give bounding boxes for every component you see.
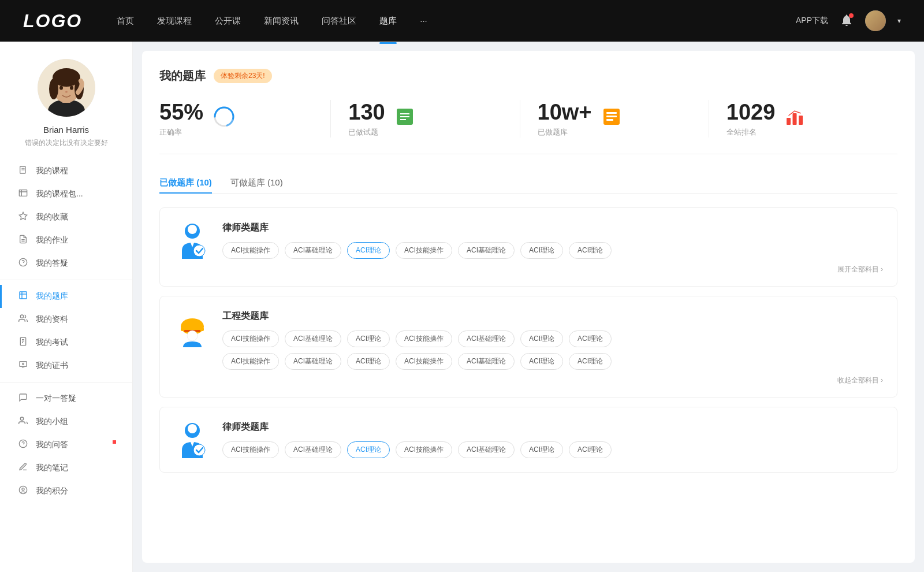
svg-point-7 — [59, 86, 63, 90]
profile-icon — [17, 314, 29, 325]
tag-item[interactable]: ACI理论 — [347, 353, 390, 370]
svg-point-54 — [187, 330, 198, 341]
nav-open-course[interactable]: 公开课 — [215, 13, 241, 29]
svg-point-8 — [70, 86, 73, 90]
qbank-engineer-header: 工程类题库 ACI技能操作 ACI基础理论 ACI理论 ACI技能操作 ACI基… — [174, 308, 883, 385]
group-icon — [17, 416, 29, 428]
qbank-lawyer-1-content: 律师类题库 ACI技能操作 ACI基础理论 ACI理论 ACI技能操作 ACI基… — [222, 220, 883, 274]
sidebar-item-profile[interactable]: 我的资料 — [0, 308, 132, 331]
qbank-lawyer-1-header: 律师类题库 ACI技能操作 ACI基础理论 ACI理论 ACI技能操作 ACI基… — [174, 220, 883, 274]
svg-point-28 — [23, 363, 24, 365]
nav-news[interactable]: 新闻资讯 — [264, 13, 299, 29]
sidebar-username: Brian Harris — [43, 125, 89, 135]
sidebar-item-group[interactable]: 我的小组 — [0, 410, 132, 433]
sidebar-item-exams[interactable]: 我的考试 — [0, 331, 132, 354]
svg-point-9 — [65, 91, 68, 93]
tag-item[interactable]: ACI基础理论 — [458, 242, 515, 259]
sidebar-avatar-image — [38, 59, 95, 117]
nav-home[interactable]: 首页 — [117, 13, 134, 29]
notification-bell[interactable] — [840, 13, 854, 29]
tag-item[interactable]: ACI技能操作 — [222, 242, 279, 259]
notes-icon — [17, 462, 29, 474]
collapse-link[interactable]: 收起全部科目 › — [222, 376, 883, 385]
tag-item[interactable]: ACI技能操作 — [396, 330, 452, 347]
tag-item[interactable]: ACI基础理论 — [285, 242, 341, 259]
app-download-button[interactable]: APP下载 — [796, 16, 828, 26]
homework-icon — [17, 235, 29, 246]
expand-link-1[interactable]: 展开全部科目 › — [222, 265, 883, 274]
sidebar-item-homework[interactable]: 我的作业 — [0, 229, 132, 252]
lawyer-2-icon-wrap — [174, 419, 211, 460]
qa-icon — [17, 258, 29, 269]
course-package-icon — [17, 188, 29, 200]
svg-marker-14 — [19, 212, 27, 220]
sidebar-item-favorites[interactable]: 我的收藏 — [0, 206, 132, 229]
svg-point-56 — [188, 424, 197, 433]
tag-item[interactable]: ACI理论 — [569, 353, 612, 370]
sidebar-item-tutoring[interactable]: 一对一答疑 — [0, 387, 132, 410]
lawyer-2-icon — [176, 421, 208, 458]
tag-item[interactable]: ACI基础理论 — [458, 441, 515, 458]
sidebar-item-course-package[interactable]: 我的课程包... — [0, 183, 132, 206]
sidebar-item-questionbank[interactable]: 我的题库 — [0, 285, 132, 308]
sidebar-item-questions[interactable]: 我的问答 — [0, 433, 132, 456]
lawyer-icon-wrap — [174, 220, 211, 261]
sidebar-item-qa[interactable]: 我的答疑 — [0, 252, 132, 275]
nav-courses[interactable]: 发现课程 — [157, 13, 192, 29]
certificate-icon — [17, 360, 29, 372]
tag-item[interactable]: ACI理论 — [569, 242, 612, 259]
tag-item[interactable]: ACI基础理论 — [285, 353, 341, 370]
tag-item[interactable]: ACI基础理论 — [285, 441, 341, 458]
favorites-icon — [17, 211, 29, 223]
sidebar-divider-2 — [0, 382, 132, 382]
tag-item[interactable]: ACI技能操作 — [222, 441, 279, 458]
done-banks-icon — [601, 106, 622, 131]
tag-item[interactable]: ACI理论 — [347, 330, 390, 347]
nav-qa[interactable]: 问答社区 — [322, 13, 356, 29]
avatar-dropdown-chevron[interactable]: ▾ — [897, 17, 901, 25]
tag-item[interactable]: ACI技能操作 — [222, 330, 279, 347]
tag-item[interactable]: ACI理论 — [569, 330, 612, 347]
sidebar-motto: 错误的决定比没有决定要好 — [13, 138, 120, 148]
tag-item[interactable]: ACI理论 — [520, 330, 563, 347]
my-courses-icon — [17, 165, 29, 177]
sidebar-item-certificate[interactable]: 我的证书 — [0, 354, 132, 377]
tag-item[interactable]: ACI理论 — [569, 441, 612, 458]
tag-item[interactable]: ACI理论 — [520, 242, 563, 259]
tag-item[interactable]: ACI基础理论 — [285, 330, 341, 347]
nav-more[interactable]: ··· — [420, 13, 427, 29]
tab-available-banks[interactable]: 可做题库 (10) — [230, 173, 283, 193]
tag-item-active[interactable]: ACI理论 — [347, 441, 390, 458]
top-navigation: LOGO 首页 发现课程 公开课 新闻资讯 问答社区 题库 ··· APP下载 … — [0, 0, 924, 42]
accuracy-value: 55% — [159, 100, 203, 125]
tab-done-banks[interactable]: 已做题库 (10) — [159, 173, 212, 193]
tag-item[interactable]: ACI技能操作 — [396, 441, 452, 458]
svg-rect-19 — [20, 292, 27, 299]
tag-item[interactable]: ACI技能操作 — [396, 242, 452, 259]
svg-point-57 — [193, 444, 205, 456]
engineer-icon — [176, 310, 208, 347]
user-avatar[interactable] — [865, 10, 886, 31]
accuracy-label: 正确率 — [159, 127, 203, 138]
qbank-lawyer-2: 律师类题库 ACI技能操作 ACI基础理论 ACI理论 ACI技能操作 ACI基… — [159, 407, 897, 473]
sidebar-item-my-courses[interactable]: 我的课程 — [0, 159, 132, 183]
qbank-engineer-content: 工程类题库 ACI技能操作 ACI基础理论 ACI理论 ACI技能操作 ACI基… — [222, 308, 883, 385]
tag-item[interactable]: ACI理论 — [520, 441, 563, 458]
svg-rect-47 — [799, 116, 803, 125]
svg-point-29 — [20, 417, 23, 420]
qbank-lawyer-1: 律师类题库 ACI技能操作 ACI基础理论 ACI理论 ACI技能操作 ACI基… — [159, 207, 897, 287]
sidebar-item-points[interactable]: 我的积分 — [0, 480, 132, 503]
sidebar-item-notes[interactable]: 我的笔记 — [0, 456, 132, 480]
nav-right-section: APP下载 ▾ — [796, 10, 901, 31]
logo[interactable]: LOGO — [23, 10, 82, 32]
rank-icon — [784, 106, 805, 131]
tag-item[interactable]: ACI技能操作 — [222, 353, 279, 370]
tag-item[interactable]: ACI技能操作 — [396, 353, 452, 370]
tag-item-active[interactable]: ACI理论 — [347, 242, 390, 259]
page-header: 我的题库 体验剩余23天! — [159, 68, 897, 84]
nav-questionbank[interactable]: 题库 — [379, 13, 397, 29]
tag-item[interactable]: ACI基础理论 — [458, 330, 515, 347]
page-title: 我的题库 — [159, 68, 206, 84]
tag-item[interactable]: ACI理论 — [520, 353, 563, 370]
tag-item[interactable]: ACI基础理论 — [458, 353, 515, 370]
